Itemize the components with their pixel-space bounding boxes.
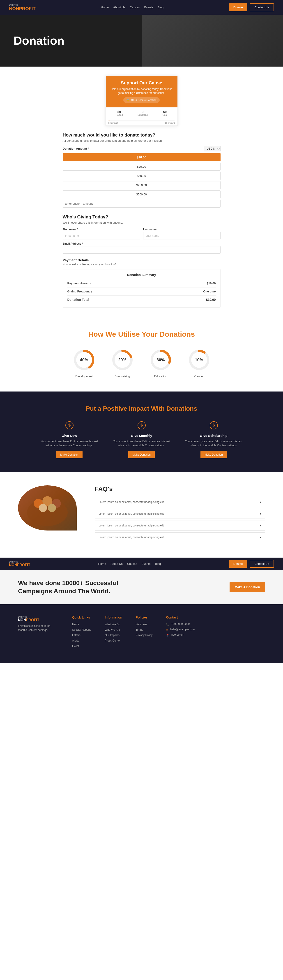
frequency-label: Giving Frequency	[67, 290, 92, 293]
phone-icon: 📞	[166, 623, 169, 626]
bottom-nav-links: Home About Us Causes Events Blog	[98, 562, 161, 565]
bottom-navbar: Divi Plus NONPROFIT Home About Us Causes…	[0, 558, 283, 570]
policies-title: Policies	[136, 616, 153, 619]
footer-info-1[interactable]: Who We Are	[105, 628, 122, 632]
nav-logo: Divi Plus NONPROFIT	[9, 3, 36, 11]
give-monthly-title: Give Monthly	[110, 434, 173, 438]
who-desc: We'll never share this information with …	[63, 221, 221, 224]
bottom-nav-events[interactable]: Events	[142, 562, 151, 565]
amount-btn-250[interactable]: $250.00	[63, 181, 221, 189]
give-monthly-desc: Your content goes here. Edit or remove t…	[110, 439, 173, 447]
amount-btn-10[interactable]: $10.00	[63, 153, 221, 161]
nav-home[interactable]: Home	[101, 6, 109, 9]
last-name-input[interactable]	[143, 232, 221, 239]
footer-policy-2[interactable]: Privacy Policy	[136, 633, 153, 637]
email-input[interactable]	[63, 246, 221, 254]
nav-events[interactable]: Events	[144, 6, 153, 9]
impact-title: Put a Positive Impact With Donations	[18, 405, 265, 412]
footer-phone: +000-000-0000	[171, 622, 190, 625]
nav-about[interactable]: About Us	[113, 6, 125, 9]
last-name-label: Last name	[143, 228, 221, 231]
bottom-nav-about[interactable]: About Us	[110, 562, 122, 565]
lock-icon: 🔒	[127, 99, 130, 102]
bottom-nav-home[interactable]: Home	[98, 562, 106, 565]
bottom-nav-causes[interactable]: Causes	[127, 562, 137, 565]
total-value: $10.00	[206, 298, 216, 301]
nav-logo-text: NONPROFIT	[9, 6, 36, 11]
who-section: Who's Giving Today? We'll never share th…	[63, 214, 221, 254]
bottom-donate-button[interactable]: Donate	[229, 560, 247, 568]
footer-policy-1[interactable]: Terms	[136, 628, 153, 632]
cta-button[interactable]: Make A Donation	[229, 582, 265, 592]
footer-link-letters[interactable]: Letters	[72, 633, 91, 637]
main-content: Support Our Cause Help our organization …	[17, 67, 266, 317]
widget-header: Support Our Cause Help our organization …	[106, 76, 178, 107]
amount-btn-25[interactable]: $25.00	[63, 163, 221, 170]
chart-fundraising: 20% Fundraising	[110, 347, 135, 378]
top-navbar: Divi Plus NONPROFIT Home About Us Causes…	[0, 0, 283, 15]
nav-donate-button[interactable]: Donate	[229, 3, 247, 11]
amount-btn-50[interactable]: $50.00	[63, 172, 221, 180]
footer-link-alerts[interactable]: Alerts	[72, 639, 91, 643]
footer-link-reports[interactable]: Special Reports	[72, 628, 91, 632]
nav-blog[interactable]: Blog	[157, 6, 164, 9]
nav-contact-button[interactable]: Contact Us	[250, 3, 274, 11]
give-now-btn[interactable]: Make Donation	[56, 451, 83, 458]
faq-item-2[interactable]: Lorem ipsum dolor sit amet, consectetur …	[95, 520, 265, 530]
chevron-down-icon-3: ▾	[260, 536, 261, 539]
chart-20-label: 20%	[118, 358, 126, 362]
footer-logo-brand: Divi Plus	[18, 616, 59, 618]
amount-btn-500[interactable]: $500.00	[63, 191, 221, 198]
footer-policy-0[interactable]: Volunteer	[136, 622, 153, 627]
chart-education: 30% Education	[148, 347, 173, 378]
faq-content: FAQ's Lorem ipsum dolor sit amet, consec…	[95, 485, 265, 544]
custom-amount-input[interactable]	[63, 200, 221, 208]
donut-30: 30%	[148, 347, 173, 372]
footer-logo-text: NONPROFIT	[18, 618, 39, 622]
faq-text-1: Lorem ipsum dolor sit amet, consectetur …	[99, 512, 164, 515]
svg-point-18	[39, 504, 47, 512]
footer-policies-col: Policies Volunteer Terms Privacy Policy	[136, 616, 153, 649]
hero-bg-image	[142, 15, 283, 67]
chevron-down-icon-1: ▾	[260, 512, 261, 515]
summary-total-row: Donation Total $10.00	[67, 296, 216, 304]
bottom-nav-blog[interactable]: Blog	[155, 562, 161, 565]
amount-header: Donation Amount * USD $	[63, 146, 221, 151]
faq-item-0[interactable]: Lorem ipsum dolor sit amet, consectetur …	[95, 497, 265, 507]
footer-phone-item: 📞 +000-000-0000	[166, 622, 195, 626]
impact-card-0: $ Give Now Your content goes here. Edit …	[38, 421, 101, 458]
give-scholarship-desc: Your content goes here. Edit or remove t…	[182, 439, 245, 447]
location-icon: 📍	[166, 634, 169, 637]
nav-causes[interactable]: Causes	[130, 6, 140, 9]
first-name-input[interactable]	[63, 232, 140, 239]
give-scholarship-btn[interactable]: Make Donation	[200, 451, 227, 458]
faq-item-3[interactable]: Lorem ipsum dolor sit amet, consectetur …	[95, 532, 265, 542]
payment-title: Payment Details	[63, 258, 221, 262]
bottom-contact-button[interactable]: Contact Us	[250, 560, 274, 568]
donate-form-desc: All donations directly impact our organi…	[63, 139, 221, 142]
summary-title: Donation Summary	[67, 273, 216, 277]
give-monthly-btn[interactable]: Make Donation	[128, 451, 155, 458]
progress-bar-bg	[108, 121, 175, 121]
utilise-title: How We Utilise Your Donations	[9, 330, 274, 339]
footer-email: hello@example.com	[170, 628, 195, 631]
currency-select[interactable]: USD $	[204, 146, 221, 151]
impact-card-1: $ Give Monthly Your content goes here. E…	[110, 421, 173, 458]
secure-label: 100% Secure Donation	[131, 99, 156, 101]
footer-link-news[interactable]: News	[72, 622, 91, 627]
chart-10-name: Cancer	[194, 375, 204, 378]
charts-row: 40% Development 20% Fundraising 30	[9, 347, 274, 378]
faq-item-1[interactable]: Lorem ipsum dolor sit amet, consectetur …	[95, 509, 265, 519]
footer-info-3[interactable]: Press Center	[105, 639, 122, 643]
footer-info-0[interactable]: What We Do	[105, 622, 122, 627]
nav-logo-brand: Divi Plus	[9, 3, 36, 6]
progress-right: $0 amount	[165, 122, 175, 124]
footer-info-2[interactable]: Our Impacts	[105, 633, 122, 637]
footer-email-item: ✉ hello@example.com	[166, 628, 195, 632]
cta-text: We have done 10000+ Successful Campaigns…	[18, 579, 131, 595]
summary-payment-row: Payment Amount $10.00	[67, 279, 216, 288]
raised-label: Raised	[116, 114, 122, 116]
footer-link-event[interactable]: Event	[72, 644, 91, 648]
cta-banner: We have done 10000+ Successful Campaigns…	[0, 570, 283, 605]
goal-amount: $0	[162, 110, 167, 114]
